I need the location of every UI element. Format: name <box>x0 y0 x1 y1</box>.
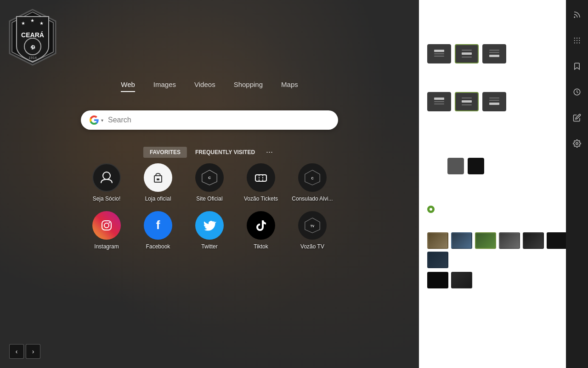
next-arrow[interactable]: › <box>26 344 40 359</box>
swatch-black[interactable] <box>468 158 484 174</box>
swatch-gray[interactable] <box>447 158 464 174</box>
search-pos-center[interactable] <box>455 44 479 63</box>
quicklink-twitter[interactable]: Twitter <box>189 211 230 250</box>
grid-icon[interactable] <box>570 33 584 48</box>
thumb-7[interactable] <box>427 252 448 268</box>
quicklink-consulado[interactable]: C Consulado Alvi... <box>292 163 333 202</box>
svg-text:C: C <box>208 176 211 180</box>
tab-shopping[interactable]: Shopping <box>234 80 263 92</box>
quicklink-seja-socio[interactable]: Seja Sócio! <box>86 163 127 202</box>
search-pos-bottom[interactable] <box>482 44 506 63</box>
thumb-5[interactable] <box>523 232 544 249</box>
thumb-9[interactable] <box>451 272 472 288</box>
search-dropdown-icon[interactable]: ▾ <box>101 118 103 123</box>
thumb-4[interactable] <box>499 232 520 249</box>
wallpaper-random-new-tab[interactable]: Random image on new tab <box>427 180 580 187</box>
right-wrapper: STYLE ✕ Search Bar Position Quicklinks P… <box>419 0 588 368</box>
tab-videos[interactable]: Videos <box>194 80 215 92</box>
wallpaper-static[interactable]: Static image <box>427 218 580 226</box>
radio-static-label: Static image <box>439 219 472 226</box>
ql-pos-bottom[interactable] <box>482 92 506 111</box>
instagram-label: Instagram <box>94 243 119 250</box>
quicklinks-row-2: Instagram f Facebook Twitter <box>86 211 333 250</box>
ql-tab-frequently[interactable]: FREQUENTLY VISITED <box>189 147 261 158</box>
panel-title: STYLE <box>427 8 452 16</box>
consulado-icon: C <box>298 163 327 192</box>
svg-point-46 <box>577 40 577 41</box>
nav-tabs: Web Images Videos Shopping Maps <box>0 80 419 92</box>
wallpaper-radio-group: Solid color Random image on new tab Rand… <box>427 141 580 226</box>
svg-rect-25 <box>434 56 444 57</box>
ql-pos-center[interactable] <box>455 92 479 111</box>
loja-icon <box>144 163 172 192</box>
svg-rect-39 <box>489 100 499 101</box>
radio-solid-color-label: Solid color <box>439 142 467 149</box>
svg-rect-31 <box>489 55 499 57</box>
search-bar-position-section: Search Bar Position <box>419 23 588 71</box>
radio-random-hour-label: Random image every hour <box>439 193 509 200</box>
settings-icon[interactable] <box>570 136 584 151</box>
svg-rect-37 <box>462 104 472 105</box>
thumb-6[interactable] <box>547 232 568 249</box>
tab-images[interactable]: Images <box>153 80 176 92</box>
bookmark-icon[interactable] <box>570 59 584 74</box>
color-swatches <box>427 158 580 174</box>
quicklinks-row-1: Seja Sócio! Loja oficial C Site Oficial … <box>86 163 333 202</box>
wallpaper-thumbnails-row2 <box>427 272 580 288</box>
twitter-icon <box>195 211 224 240</box>
wallpaper-thumbnails <box>427 232 580 268</box>
tiktok-icon <box>247 211 275 240</box>
wallpaper-random-hour[interactable]: Random image every hour <box>427 193 580 200</box>
ql-pos-top[interactable] <box>427 92 451 111</box>
swatch-white[interactable] <box>427 158 444 174</box>
ql-more-button[interactable]: ··· <box>263 146 276 158</box>
svg-point-43 <box>577 38 577 39</box>
svg-point-41 <box>574 17 575 18</box>
thumb-1[interactable] <box>427 232 448 249</box>
quicklink-loja-oficial[interactable]: Loja oficial <box>137 163 179 202</box>
svg-point-19 <box>109 222 110 224</box>
tab-maps[interactable]: Maps <box>281 80 298 92</box>
facebook-icon: f <box>144 211 172 240</box>
wallpaper-random-day[interactable]: Random image every day <box>427 206 580 213</box>
radio-static-indicator <box>427 218 435 226</box>
tab-web[interactable]: Web <box>121 80 135 92</box>
facebook-label: Facebook <box>146 243 170 250</box>
search-pos-top[interactable] <box>427 44 451 63</box>
svg-rect-40 <box>489 103 499 105</box>
svg-rect-27 <box>462 52 472 55</box>
quicklink-site-oficial[interactable]: C Site Oficial <box>189 163 230 202</box>
prev-arrow[interactable]: ‹ <box>9 344 24 359</box>
search-input[interactable] <box>108 116 330 124</box>
quicklinks-tabs: FAVORITES FREQUENTLY VISITED ··· <box>143 146 276 158</box>
edit-icon[interactable] <box>570 110 584 125</box>
quicklinks-grid: Seja Sócio! Loja oficial C Site Oficial … <box>86 163 333 250</box>
thumb-8[interactable] <box>427 272 448 288</box>
svg-rect-28 <box>462 57 472 58</box>
quicklink-facebook[interactable]: f Facebook <box>137 211 179 250</box>
google-icon <box>89 115 99 125</box>
thumb-2[interactable] <box>451 232 472 249</box>
svg-point-44 <box>579 38 580 39</box>
thumb-3[interactable] <box>475 232 496 249</box>
svg-text:★: ★ <box>40 21 44 26</box>
wallpaper-solid-color[interactable]: Solid color <box>427 141 580 149</box>
quicklink-instagram[interactable]: Instagram <box>86 211 127 250</box>
quicklink-vozao-tickets[interactable]: Vozão Tickets <box>240 163 282 202</box>
svg-text:1914: 1914 <box>28 56 37 60</box>
site-oficial-label: Site Oficial <box>196 196 222 202</box>
seja-socio-label: Seja Sócio! <box>93 196 121 202</box>
rss-icon[interactable] <box>570 7 584 22</box>
quicklink-tiktok[interactable]: Tiktok <box>240 211 282 250</box>
ql-tab-favorites[interactable]: FAVORITES <box>143 147 187 158</box>
ceara-logo[interactable]: ★ ★ ★ CEARÁ ⚽ 1914 <box>7 7 58 67</box>
quicklink-vozao-tv[interactable]: TV Vozão TV <box>292 211 333 250</box>
search-bar-position-buttons <box>427 44 580 63</box>
clock-icon[interactable] <box>570 85 584 99</box>
svg-rect-11 <box>157 178 159 180</box>
main-area: ★ ★ ★ CEARÁ ⚽ 1914 Web Images Videos Sho… <box>0 0 419 368</box>
svg-rect-36 <box>462 100 472 103</box>
vozao-tickets-icon <box>247 163 275 192</box>
svg-point-52 <box>576 143 578 145</box>
svg-rect-30 <box>489 52 499 53</box>
